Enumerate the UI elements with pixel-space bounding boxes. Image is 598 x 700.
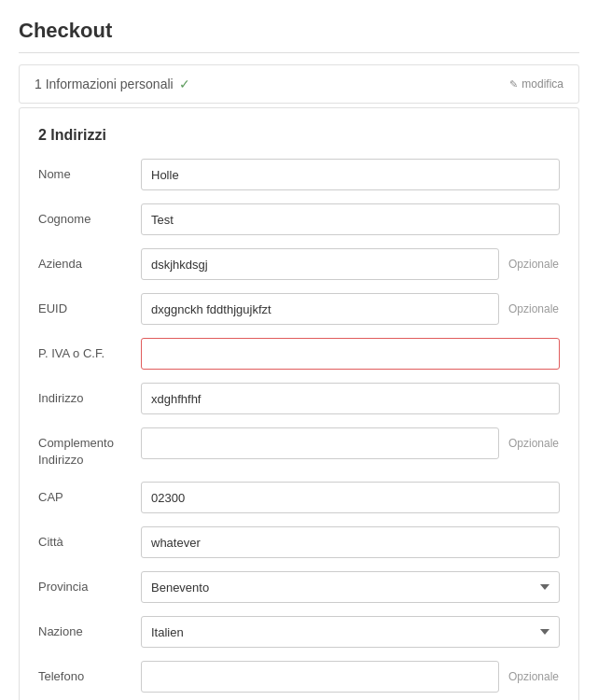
azienda-optional: Opzionale (508, 258, 560, 271)
indirizzo-row: Indirizzo (38, 383, 560, 414)
nazione-row: Nazione Italien Deutschland France Espan… (38, 616, 560, 648)
citta-field-wrapper (141, 526, 560, 558)
complemento-field-wrapper: Opzionale (141, 427, 560, 459)
euid-label: EUID (38, 293, 141, 317)
cap-label: CAP (38, 482, 141, 506)
euid-row: EUID Opzionale (38, 293, 560, 325)
nome-row: Nome (38, 159, 560, 190)
step1-label: 1 Informazioni personali (35, 77, 174, 91)
provincia-select[interactable]: Benevento Milano Roma Napoli Torino (141, 571, 560, 603)
cognome-input[interactable] (141, 203, 560, 235)
citta-row: Città (38, 526, 560, 558)
page-title: Checkout (19, 19, 579, 53)
telefono-label: Telefono (38, 661, 141, 685)
complemento-input[interactable] (141, 427, 499, 459)
nazione-select[interactable]: Italien Deutschland France Espana United… (141, 616, 560, 648)
cognome-field-wrapper (141, 203, 560, 235)
piva-row: P. IVA o C.F. (38, 338, 560, 370)
telefono-row: Telefono Opzionale (38, 661, 560, 693)
citta-input[interactable] (141, 526, 560, 558)
indirizzo-input[interactable] (141, 383, 560, 414)
nome-field-wrapper (141, 159, 560, 190)
step1-section: 1 Informazioni personali ✓ ✎ modifica (19, 64, 579, 104)
telefono-optional: Opzionale (508, 670, 560, 683)
citta-label: Città (38, 526, 141, 551)
euid-optional: Opzionale (508, 302, 560, 315)
cognome-label: Cognome (38, 203, 141, 228)
complemento-optional: Opzionale (508, 437, 560, 450)
indirizzo-field-wrapper (141, 383, 560, 414)
nome-input[interactable] (141, 159, 560, 190)
piva-field-wrapper (141, 338, 560, 370)
step1-checkmark: ✓ (179, 77, 190, 91)
cap-input[interactable] (141, 482, 560, 513)
telefono-input[interactable] (141, 661, 499, 693)
piva-label: P. IVA o C.F. (38, 338, 141, 362)
complemento-row: Complemento Indirizzo Opzionale (38, 427, 560, 469)
cap-field-wrapper (141, 482, 560, 513)
nome-label: Nome (38, 159, 141, 183)
euid-field-wrapper: Opzionale (141, 293, 560, 325)
complemento-label: Complemento Indirizzo (38, 427, 141, 469)
provincia-label: Provincia (38, 571, 141, 595)
provincia-row: Provincia Benevento Milano Roma Napoli T… (38, 571, 560, 603)
step2-title: 2 Indirizzi (38, 127, 560, 144)
modifica-link[interactable]: ✎ modifica (509, 77, 563, 91)
piva-input[interactable] (141, 338, 560, 370)
azienda-label: Azienda (38, 248, 141, 273)
step1-label-wrapper: 1 Informazioni personali ✓ (35, 77, 190, 91)
indirizzo-label: Indirizzo (38, 383, 141, 407)
nazione-field-wrapper: Italien Deutschland France Espana United… (141, 616, 560, 648)
azienda-input[interactable] (141, 248, 499, 280)
euid-input[interactable] (141, 293, 499, 325)
azienda-row: Azienda Opzionale (38, 248, 560, 280)
modifica-label: modifica (522, 77, 563, 91)
cap-row: CAP (38, 482, 560, 513)
pencil-icon: ✎ (509, 78, 518, 91)
azienda-field-wrapper: Opzionale (141, 248, 560, 280)
cognome-row: Cognome (38, 203, 560, 235)
telefono-field-wrapper: Opzionale (141, 661, 560, 693)
nazione-label: Nazione (38, 616, 141, 640)
step2-section: 2 Indirizzi Nome Cognome Azienda Opziona… (19, 107, 579, 700)
provincia-field-wrapper: Benevento Milano Roma Napoli Torino (141, 571, 560, 603)
